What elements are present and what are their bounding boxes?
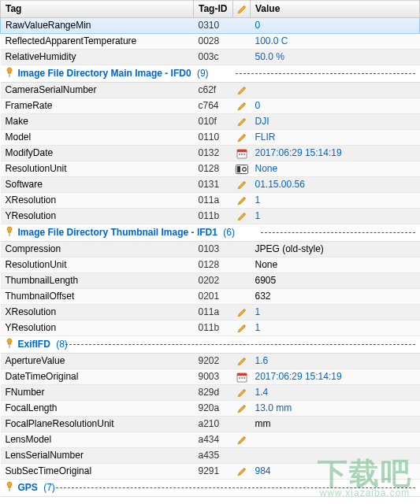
table-row[interactable]: FocalLength920a13.0 mm (1, 400, 420, 416)
table-row[interactable]: YResolution011b1 (1, 320, 420, 335)
cell-icon (233, 447, 251, 463)
cell-tagid: 0202 (194, 272, 233, 288)
svg-rect-7 (237, 166, 240, 172)
cell-tag: LensSerialNumber (1, 447, 194, 463)
table-row[interactable]: Compression0103JPEG (old-style) (1, 241, 420, 257)
cell-tag: XResolution (1, 304, 194, 320)
column-header-row: Tag Tag-ID Value (1, 1, 420, 18)
table-row[interactable]: RawValueRangeMin03100 (1, 17, 420, 33)
table-row[interactable]: ResolutionUnit0128None (1, 161, 420, 176)
group-title: Image File Directory Main Image - IFD0 (18, 68, 191, 79)
cell-icon (233, 129, 251, 145)
table-row[interactable]: ThumbnailOffset0201632 (1, 288, 420, 304)
table-row[interactable]: DateTimeOriginal90032017:06:29 15:14:19 (1, 369, 420, 384)
cell-tagid: 011a (194, 192, 233, 208)
svg-rect-13 (239, 377, 240, 379)
table-row[interactable]: FocalPlaneResolutionUnita210mm (1, 416, 420, 432)
table-row[interactable]: FNumber829d1.4 (1, 384, 420, 400)
table-row[interactable]: RelativeHumidity003c50.0 % (1, 49, 420, 65)
cell-tag: RawValueRangeMin (1, 17, 194, 33)
pencil-icon (236, 132, 247, 143)
group-header[interactable]: Image File Directory Thumbnail Image - I… (1, 224, 420, 241)
cell-icon (233, 82, 251, 98)
cell-tag: FocalPlaneResolutionUnit (1, 416, 194, 432)
cell-tagid: c764 (194, 98, 233, 113)
svg-rect-14 (241, 377, 243, 379)
calendar-icon (236, 148, 247, 159)
table-row[interactable]: ResolutionUnit0128None (1, 257, 420, 272)
dash-line (261, 232, 415, 233)
cell-value: 1 (251, 320, 420, 335)
table-row[interactable]: FrameRatec7640 (1, 98, 420, 113)
cell-value: 2017:06:29 15:14:19 (251, 145, 420, 161)
svg-rect-15 (243, 377, 245, 379)
cell-tagid: a435 (194, 447, 233, 463)
cell-tag: ThumbnailOffset (1, 288, 194, 304)
table-row[interactable]: Model0110FLIR (1, 129, 420, 145)
pencil-icon (236, 195, 247, 206)
table-row[interactable]: XResolution011a1 (1, 304, 420, 320)
cell-tagid: 0103 (194, 241, 233, 257)
table-row[interactable]: Make010fDJI (1, 113, 420, 129)
column-header-tagid[interactable]: Tag-ID (194, 1, 233, 18)
cell-tagid: 920a (194, 400, 233, 416)
cell-icon (233, 208, 251, 224)
unit-icon (236, 165, 248, 174)
pencil-icon (236, 323, 247, 334)
table-row[interactable]: CameraSerialNumberc62f (1, 82, 420, 98)
group-title: ExifIFD (18, 339, 50, 350)
pencil-icon (236, 180, 247, 191)
cell-tag: ModifyDate (1, 145, 194, 161)
cell-value: JPEG (old-style) (251, 241, 420, 257)
column-header-tag[interactable]: Tag (1, 1, 194, 18)
cell-value: 1 (251, 304, 420, 320)
pin-icon (4, 338, 15, 349)
table-row[interactable]: XResolution011a1 (1, 192, 420, 208)
table-row[interactable]: ModifyDate01322017:06:29 15:14:19 (1, 145, 420, 161)
cell-icon (233, 176, 251, 192)
cell-icon (233, 463, 251, 479)
cell-tag: Compression (1, 241, 194, 257)
table-row[interactable]: YResolution011b1 (1, 208, 420, 224)
cell-tagid: 011a (194, 304, 233, 320)
cell-tag: Software (1, 176, 194, 192)
cell-tag: FNumber (1, 384, 194, 400)
pencil-icon (236, 101, 247, 112)
cell-tag: YResolution (1, 320, 194, 335)
cell-tagid: 9291 (194, 463, 233, 479)
cell-tag: ResolutionUnit (1, 257, 194, 272)
table-row[interactable]: ApertureValue92021.6 (1, 353, 420, 369)
column-header-icon[interactable] (233, 1, 251, 18)
table-row[interactable]: LensModela434 (1, 432, 420, 447)
cell-tag: RelativeHumidity (1, 49, 194, 65)
group-header[interactable]: Image File Directory Main Image - IFD0 (… (1, 65, 420, 82)
table-row[interactable]: LensSerialNumbera435 (1, 447, 420, 463)
group-title: Image File Directory Thumbnail Image - I… (18, 227, 217, 238)
pencil-icon (236, 117, 247, 128)
svg-rect-10 (9, 344, 9, 348)
cell-icon (233, 320, 251, 335)
cell-icon (233, 49, 251, 65)
cell-tag: CameraSerialNumber (1, 82, 194, 98)
table-row[interactable]: ReflectedApparentTemperature0028100.0 C (1, 33, 420, 49)
cell-value: 01.15.00.56 (251, 176, 420, 192)
table-row[interactable]: ThumbnailLength02026905 (1, 272, 420, 288)
cell-tagid: 010f (194, 113, 233, 129)
cell-value: 13.0 mm (251, 400, 420, 416)
table-row[interactable]: Software013101.15.00.56 (1, 176, 420, 192)
cell-tagid: 0028 (194, 33, 233, 49)
cell-icon (233, 241, 251, 257)
column-header-value[interactable]: Value (251, 1, 420, 18)
cell-tagid: 0201 (194, 288, 233, 304)
svg-rect-2 (237, 150, 247, 152)
pin-icon (4, 67, 15, 78)
cell-tagid: a434 (194, 432, 233, 447)
group-header[interactable]: ExifIFD (8) (1, 335, 420, 353)
cell-tagid: 0110 (194, 129, 233, 145)
group-header[interactable]: GPS (7) (1, 479, 420, 496)
cell-tagid: 0128 (194, 257, 233, 272)
cell-icon (233, 145, 251, 161)
pencil-icon (236, 356, 247, 367)
table-row[interactable]: SubSecTimeOriginal9291984 (1, 463, 420, 479)
cell-tagid: c62f (194, 82, 233, 98)
